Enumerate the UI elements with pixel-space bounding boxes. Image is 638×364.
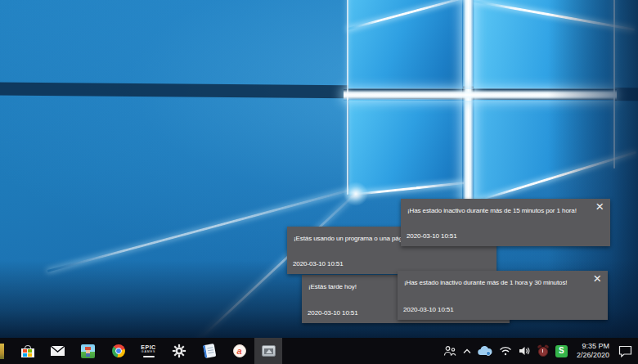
notification-toast: ¡Has estado inactivo durante más de 1 ho… — [398, 271, 608, 320]
notepad-icon — [202, 344, 216, 358]
notification-timestamp: 2020-03-10 10:51 — [308, 309, 358, 317]
windows-logo-pane — [349, 100, 464, 195]
close-icon[interactable]: × — [595, 200, 604, 214]
people-icon[interactable] — [443, 345, 456, 357]
microsoft-store-icon — [21, 345, 34, 357]
epic-games-icon: EPIC GAMES — [141, 344, 155, 357]
taskbar-item-mail[interactable] — [43, 338, 73, 364]
taskbar-item-settings[interactable] — [164, 338, 194, 364]
taskbar-item-active-app[interactable] — [254, 338, 282, 364]
network-cloud-icon[interactable] — [478, 346, 492, 356]
notification-title: ¡Has estado inactivo durante más de 15 m… — [407, 207, 591, 214]
volume-icon[interactable] — [519, 346, 531, 356]
hidden-icons-chevron[interactable] — [463, 348, 471, 354]
game-icon — [81, 344, 95, 358]
taskbar-item-chrome[interactable] — [103, 338, 133, 364]
taskbar-item-epic-games[interactable]: EPIC GAMES — [133, 338, 164, 364]
notification-timestamp: 2020-03-10 10:51 — [407, 232, 457, 240]
taskbar-clock[interactable]: 9:35 PM 2/26/2020 — [577, 342, 609, 360]
light-glow — [344, 182, 368, 206]
gear-icon — [172, 344, 186, 358]
notification-title: ¡Has estado inactivo durante más de 1 ho… — [404, 279, 588, 286]
close-icon[interactable]: × — [593, 272, 601, 286]
desktop-screen: ¡Has estado inactivo durante más de 15 m… — [0, 0, 638, 364]
alarm-clock-icon[interactable] — [537, 345, 549, 357]
chrome-icon — [112, 344, 125, 357]
taskbar-item-growtopia-game[interactable] — [73, 338, 103, 364]
shareit-icon[interactable]: S — [555, 345, 568, 357]
mail-icon — [50, 345, 65, 357]
action-center-icon[interactable] — [618, 345, 632, 357]
system-tray: S 9:35 PM 2/26/2020 — [443, 338, 638, 364]
windows-logo-vertical-beam — [462, 0, 474, 204]
clock-date: 2/26/2020 — [577, 351, 609, 360]
app-window-icon — [262, 345, 276, 357]
notification-timestamp: 2020-03-10 10:51 — [293, 260, 344, 267]
notification-timestamp: 2020-03-10 10:51 — [403, 306, 454, 313]
taskbar: EPIC GAMES a — [0, 338, 638, 364]
amino-icon: a — [233, 344, 246, 357]
notification-toast: ¡Has estado inactivo durante más de 15 m… — [401, 199, 610, 246]
taskbar-item-microsoft-store[interactable] — [12, 338, 43, 364]
wifi-icon[interactable] — [499, 346, 512, 356]
partial-app-icon[interactable] — [0, 344, 4, 359]
clock-time: 9:35 PM — [577, 342, 609, 351]
taskbar-item-notepad[interactable] — [194, 338, 224, 364]
taskbar-item-amino[interactable]: a — [224, 338, 254, 364]
